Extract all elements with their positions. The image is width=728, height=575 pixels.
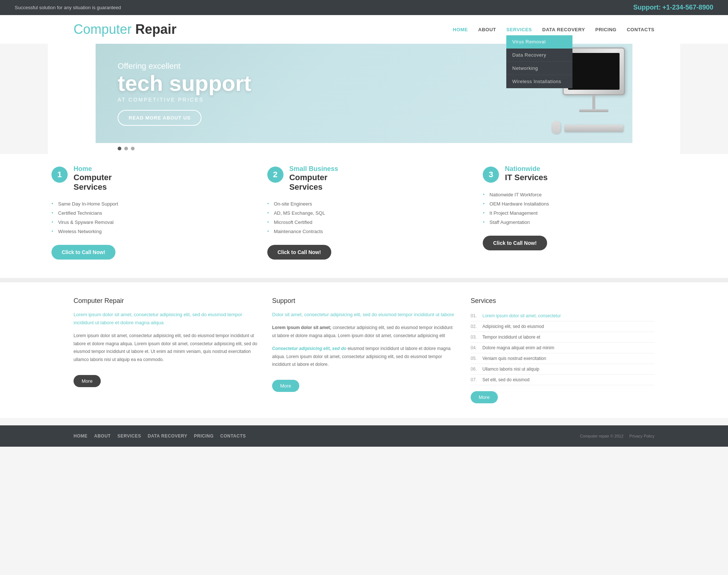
service-colored-2: Small Business <box>289 165 338 173</box>
footer: Home About Services Data Recovery Pricin… <box>0 425 728 447</box>
services-list-label-6: Ullamco laboris nisi ut aliquip <box>482 367 539 372</box>
nav-data-recovery[interactable]: DATA RECOVERY <box>542 27 585 32</box>
call-btn-3[interactable]: Click to Call Now! <box>483 236 547 250</box>
hero-wrapper: Offering excellent tech support AT COMPE… <box>48 44 680 154</box>
services-list-item-1: 01. Lorem ipsum dolor sit amet, consecte… <box>471 311 654 321</box>
footer-nav-data-recovery[interactable]: Data Recovery <box>148 433 188 439</box>
service-title-3: Nationwide IT Services <box>505 165 547 182</box>
info-heading-services: Services <box>471 297 654 305</box>
more-btn-repair[interactable]: More <box>74 375 101 387</box>
services-list-item-2: 02. Adipisicing elit, sed do eiusmod <box>471 321 654 332</box>
services-list-item-7: 07. Set elit, sed do eiusmod <box>471 375 654 385</box>
service-colored-1: Home <box>74 165 112 173</box>
footer-nav: Home About Services Data Recovery Pricin… <box>74 433 246 439</box>
list-item: Maintenance Contracts <box>267 227 461 236</box>
service-dark-3: IT Services <box>505 173 547 182</box>
list-item: Staff Augmentation <box>483 218 677 227</box>
call-btn-2[interactable]: Click to Call Now! <box>267 245 331 260</box>
services-section: 1 Home ComputerServices Same Day In-Home… <box>0 154 728 278</box>
main-nav: HOME ABOUT SERVICES Virus Removal Data R… <box>453 26 654 32</box>
service-title-2: Small Business ComputerServices <box>289 165 338 192</box>
info-bold-support: Lorem ipsum dolor sit amet; <box>272 325 331 330</box>
services-list-num-7: 07. <box>471 377 479 382</box>
monitor-stand <box>592 95 595 110</box>
hero-offering: Offering excellent <box>118 61 251 71</box>
list-item: Same Day In-Home Support <box>51 199 245 208</box>
nav-contacts[interactable]: CONTACTS <box>627 27 654 32</box>
nav-pricing[interactable]: PRICING <box>595 27 617 32</box>
list-item: AD, MS Exchange, SQL <box>267 208 461 218</box>
services-list-num-6: 06. <box>471 367 479 372</box>
dropdown-wireless[interactable]: Wireless Installations <box>506 75 572 88</box>
service-col-1: 1 Home ComputerServices Same Day In-Home… <box>48 165 249 260</box>
info-body2-support: Consectetur adipisicing elit, sed do eiu… <box>272 345 456 369</box>
services-list-num-1: 01. <box>471 313 479 318</box>
service-header-1: 1 Home ComputerServices <box>51 165 245 192</box>
keyboard <box>564 125 623 132</box>
logo-part2: Repair <box>132 22 176 37</box>
call-btn-1[interactable]: Click to Call Now! <box>51 245 115 260</box>
hero-competitive: AT COMPETITIVE PRICES <box>118 97 251 103</box>
services-list-label-3: Tempor incididunt ut labore et <box>482 335 540 340</box>
services-list-label-1: Lorem ipsum dolor sit amet, consectetur <box>482 313 561 318</box>
nav-services-wrapper: SERVICES Virus Removal Data Recovery Net… <box>506 26 532 32</box>
info-em-support: Consectetur adipisicing elit, sed do <box>272 346 346 351</box>
nav-about[interactable]: ABOUT <box>478 27 496 32</box>
nav-services[interactable]: SERVICES <box>506 27 532 32</box>
info-highlight-support: Dolor sit amet, consectetur adipisicing … <box>272 311 456 319</box>
more-btn-support[interactable]: More <box>272 380 299 392</box>
slider-dots <box>96 147 632 154</box>
service-list-1: Same Day In-Home Support Certified Techn… <box>51 199 245 236</box>
service-dark-2: ComputerServices <box>289 173 338 192</box>
info-body-repair: Lorem ipsum dolor sit amet, consectetur … <box>74 332 257 364</box>
services-list-num-4: 04. <box>471 345 479 350</box>
footer-nav-contacts[interactable]: Contacts <box>220 433 246 439</box>
info-heading-repair: Computer Repair <box>74 297 257 305</box>
services-numbered-list: 01. Lorem ipsum dolor sit amet, consecte… <box>471 311 654 385</box>
monitor-screen <box>568 53 620 90</box>
slider-dot-2[interactable] <box>124 147 128 150</box>
footer-copy: Computer repair © 2012 Privacy Policy <box>580 434 654 438</box>
slider-dot-1[interactable] <box>118 147 121 150</box>
info-col-support: Support Dolor sit amet, consectetur adip… <box>272 297 456 403</box>
header: Computer Repair HOME ABOUT SERVICES Viru… <box>0 15 728 44</box>
phone-number[interactable]: +1-234-567-8900 <box>662 4 713 11</box>
slider-dot-3[interactable] <box>131 147 135 150</box>
list-item: It Project Management <box>483 208 677 218</box>
info-highlight-repair: Lorem ipsum dolor sit amet, consectetur … <box>74 311 257 327</box>
service-num-3: 3 <box>483 167 499 183</box>
privacy-policy[interactable]: Privacy Policy <box>629 434 654 438</box>
nav-home[interactable]: HOME <box>453 27 468 32</box>
hero-text: Offering excellent tech support AT COMPE… <box>118 61 251 126</box>
service-title-1: Home ComputerServices <box>74 165 112 192</box>
dropdown-data-recovery[interactable]: Data Recovery <box>506 49 572 62</box>
dropdown-networking[interactable]: Networking <box>506 62 572 75</box>
info-heading-support: Support <box>272 297 456 305</box>
list-item: Wireless Networking <box>51 227 245 236</box>
services-list-label-7: Set elit, sed do eiusmod <box>482 377 529 382</box>
services-list-num-3: 03. <box>471 335 479 340</box>
service-col-3: 3 Nationwide IT Services Nationwide IT W… <box>479 165 680 260</box>
footer-nav-home[interactable]: Home <box>74 433 88 439</box>
logo: Computer Repair <box>74 22 176 37</box>
list-item: OEM Hardware Installations <box>483 199 677 208</box>
copyright: Computer repair © 2012 <box>580 434 623 438</box>
monitor-base <box>579 109 609 112</box>
mouse <box>552 121 561 134</box>
footer-nav-pricing[interactable]: Pricing <box>194 433 214 439</box>
services-dropdown: Virus Removal Data Recovery Networking W… <box>506 35 572 88</box>
services-list-label-4: Dolore magna aliquat enim ad minim <box>482 345 554 350</box>
service-col-2: 2 Small Business ComputerServices On-sit… <box>264 165 465 260</box>
read-more-button[interactable]: READ MORE ABOUT US <box>118 110 201 126</box>
list-item: Microsoft Certified <box>267 218 461 227</box>
list-item: Nationwide IT Workforce <box>483 190 677 199</box>
more-btn-services[interactable]: More <box>471 391 498 403</box>
service-list-2: On-site Engineers AD, MS Exchange, SQL M… <box>267 199 461 236</box>
footer-nav-services[interactable]: Services <box>117 433 141 439</box>
dropdown-virus-removal[interactable]: Virus Removal <box>506 35 572 49</box>
services-list-num-5: 05. <box>471 356 479 361</box>
services-list-label-5: Veniam quis nostrud exercitation <box>482 356 546 361</box>
list-item: Virus & Spyware Removal <box>51 218 245 227</box>
footer-nav-about[interactable]: About <box>94 433 111 439</box>
top-bar: Successful solution for any situation is… <box>0 0 728 15</box>
